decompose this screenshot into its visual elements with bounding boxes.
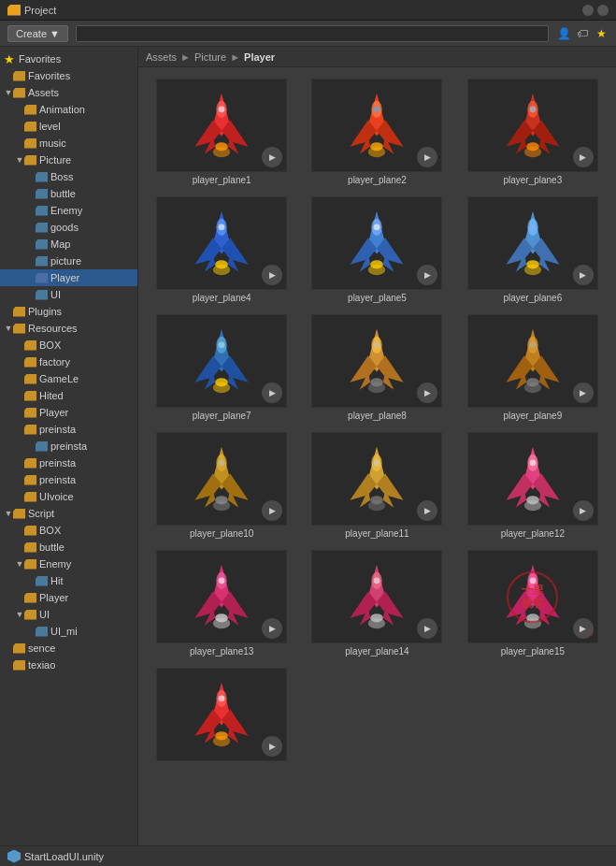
play-button-player_plane3[interactable]: ▶ — [573, 147, 594, 167]
main-area: ★FavoritesFavorites▼AssetsAnimationlevel… — [0, 47, 616, 845]
window-title: Project — [24, 5, 56, 16]
sidebar-item-factory[interactable]: factory — [0, 354, 137, 370]
asset-item-player_plane1[interactable]: ▶player_plane1 — [146, 75, 297, 189]
play-button-player_plane12[interactable]: ▶ — [573, 500, 594, 521]
asset-item-player_plane12[interactable]: ▶player_plane12 — [457, 428, 609, 542]
play-button-player_plane6[interactable]: ▶ — [573, 265, 594, 285]
person-icon[interactable]: 👤 — [556, 26, 571, 41]
asset-item-player_plane13[interactable]: ▶player_plane13 — [146, 546, 297, 660]
sidebar-item-preinsta1[interactable]: preinsta — [0, 421, 137, 438]
svg-point-142 — [219, 695, 225, 701]
folder-icon — [24, 155, 36, 166]
svg-point-89 — [215, 496, 228, 504]
sidebar-item-enemy[interactable]: Enemy — [0, 202, 137, 219]
svg-point-106 — [529, 459, 536, 466]
play-button-player_plane7[interactable]: ▶ — [262, 382, 282, 403]
folder-icon — [13, 660, 25, 671]
folder-icon — [36, 172, 48, 182]
star-toolbar-icon[interactable]: ★ — [594, 26, 609, 41]
asset-thumb-player_plane9: ▶ — [467, 314, 598, 408]
svg-point-98 — [371, 496, 384, 504]
sidebar-item-gamele[interactable]: GameLe — [0, 370, 137, 387]
sidebar-item-hited[interactable]: Hited — [0, 387, 137, 404]
breadcrumb-assets[interactable]: Assets — [146, 51, 177, 63]
sidebar-item-box[interactable]: BOX — [0, 337, 137, 354]
sidebar-item-uivoice[interactable]: UIvoice — [0, 488, 137, 505]
sidebar-item-script[interactable]: ▼Script — [0, 505, 137, 522]
sidebar-item-boss[interactable]: Boss — [0, 168, 137, 185]
asset-label-player_plane7: player_plane7 — [193, 411, 251, 421]
folder-icon — [24, 458, 36, 469]
tag-icon[interactable]: 🏷 — [575, 26, 590, 41]
asset-item-player_plane16[interactable]: ▶ — [146, 664, 297, 768]
sidebar-item-animation[interactable]: Animation — [0, 101, 137, 118]
svg-point-61 — [219, 341, 225, 348]
play-button-player_plane13[interactable]: ▶ — [262, 618, 282, 639]
asset-item-player_plane6[interactable]: ▶player_plane6 — [457, 193, 609, 307]
asset-label-player_plane14: player_plane14 — [345, 646, 408, 657]
asset-item-player_plane9[interactable]: ▶player_plane9 — [457, 310, 609, 425]
sidebar-item-scr-player[interactable]: Player — [0, 589, 137, 606]
sidebar-item-map[interactable]: Map — [0, 236, 137, 253]
folder-icon — [36, 206, 48, 216]
play-button-player_plane10[interactable]: ▶ — [262, 500, 282, 521]
sidebar-item-favorites[interactable]: ★Favorites — [0, 51, 137, 67]
asset-item-player_plane3[interactable]: ▶player_plane3 — [457, 75, 609, 189]
sidebar-item-picture[interactable]: ▼Picture — [0, 152, 137, 168]
sidebar-item-player[interactable]: Player — [0, 269, 137, 286]
asset-item-player_plane7[interactable]: ▶player_plane7 — [146, 310, 297, 425]
sidebar-item-sence[interactable]: sence — [0, 640, 137, 657]
breadcrumb-current: Player — [244, 51, 275, 63]
play-button-player_plane9[interactable]: ▶ — [573, 382, 594, 403]
folder-icon — [24, 593, 36, 603]
asset-item-player_plane4[interactable]: ▶player_plane4 — [146, 193, 297, 307]
asset-item-player_plane2[interactable]: ▶player_plane2 — [301, 75, 452, 189]
svg-point-115 — [219, 577, 225, 584]
breadcrumb-picture[interactable]: Picture — [194, 51, 226, 63]
lock-icon[interactable] — [582, 5, 594, 16]
sidebar-item-texiao[interactable]: texiao — [0, 657, 137, 673]
search-input[interactable] — [76, 25, 549, 42]
sidebar-item-preinsta4[interactable]: preinsta — [0, 471, 137, 488]
play-button-player_plane4[interactable]: ▶ — [262, 265, 282, 285]
sidebar-item-resources[interactable]: ▼Resources — [0, 320, 137, 337]
sidebar-item-preinsta3[interactable]: preinsta — [0, 455, 137, 471]
sidebar-item-scr-ui-mi[interactable]: UI_mi — [0, 623, 137, 640]
sidebar-item-plugins[interactable]: Plugins — [0, 303, 137, 320]
sidebar-item-scr-buttle[interactable]: buttle — [0, 539, 137, 556]
sidebar-item-scr-enemy[interactable]: ▼Enemy — [0, 556, 137, 572]
sidebar-item-assets[interactable]: ▼Assets — [0, 84, 137, 101]
folder-icon — [36, 239, 48, 250]
play-button-player_plane15[interactable]: ▶ — [573, 618, 594, 639]
sidebar-item-scr-ui[interactable]: ▼UI — [0, 606, 137, 623]
create-button[interactable]: Create ▼ — [7, 25, 68, 42]
sidebar-item-scr-box[interactable]: BOX — [0, 522, 137, 539]
play-button-player_plane1[interactable]: ▶ — [262, 147, 282, 167]
sidebar-item-buttle[interactable]: buttle — [0, 185, 137, 202]
svg-point-143 — [215, 731, 228, 740]
asset-label-player_plane8: player_plane8 — [348, 411, 407, 421]
sidebar-item-favorites[interactable]: Favorites — [0, 67, 137, 84]
menu-icon[interactable] — [597, 5, 609, 16]
asset-item-player_plane14[interactable]: ▶player_plane14 — [301, 546, 452, 660]
play-button-player_plane16[interactable]: ▶ — [262, 736, 282, 757]
asset-item-player_plane5[interactable]: ▶player_plane5 — [301, 193, 452, 307]
asset-item-player_plane11[interactable]: ▶player_plane11 — [301, 428, 452, 542]
sidebar-item-picture2[interactable]: picture — [0, 253, 137, 269]
svg-point-16 — [374, 106, 380, 112]
sidebar-item-preinsta2[interactable]: preinsta — [0, 438, 137, 455]
asset-item-player_plane15[interactable]: 十里桃花蒋路▶player_plane15 — [457, 546, 609, 660]
svg-point-71 — [371, 378, 384, 386]
unity-icon — [7, 850, 21, 863]
asset-label-player_plane13: player_plane13 — [190, 646, 253, 657]
asset-item-player_plane10[interactable]: ▶player_plane10 — [146, 428, 297, 542]
sidebar-item-res-player[interactable]: Player — [0, 404, 137, 421]
sidebar-item-ui[interactable]: UI — [0, 286, 137, 303]
asset-thumb-player_plane1: ▶ — [156, 79, 287, 172]
sidebar-item-goods[interactable]: goods — [0, 219, 137, 236]
asset-label-player_plane2: player_plane2 — [348, 175, 407, 185]
sidebar-item-level[interactable]: level — [0, 118, 137, 135]
sidebar-item-music[interactable]: music — [0, 135, 137, 152]
asset-item-player_plane8[interactable]: ▶player_plane8 — [301, 310, 452, 425]
sidebar-item-scr-hit[interactable]: Hit — [0, 572, 137, 589]
